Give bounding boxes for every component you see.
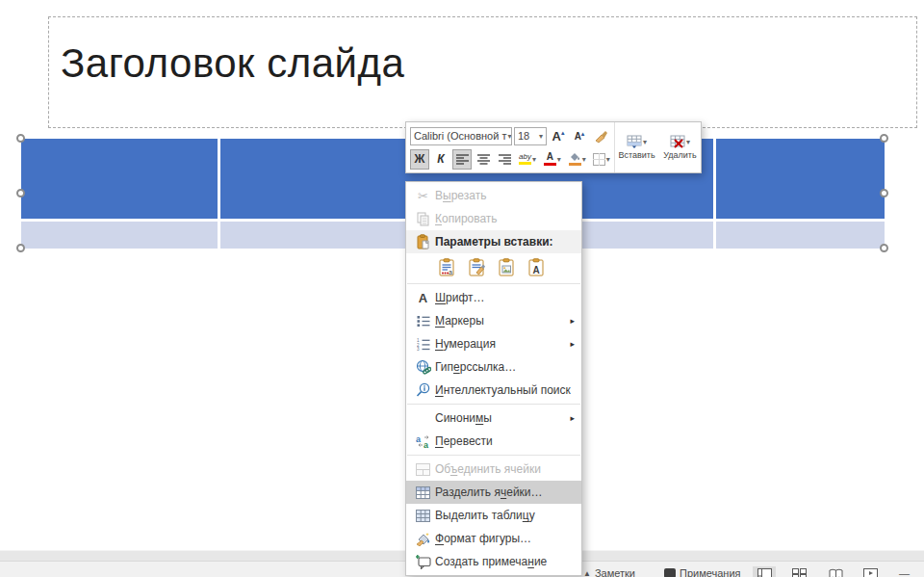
shrink-font-button[interactable]: A▴: [570, 126, 589, 146]
resize-handle-bottom-left[interactable]: [16, 244, 25, 252]
mini-toolbar: Calibri (Основной т ▾ 18 ▾ A▴ A▴ Ж К: [405, 121, 702, 173]
menu-item-label: Копировать: [435, 212, 498, 225]
table-cell[interactable]: [21, 222, 218, 249]
reading-view-icon: [829, 568, 843, 577]
menu-item-format-shape[interactable]: Формат фигуры…: [406, 527, 581, 550]
zoom-out-button[interactable]: —: [899, 567, 910, 577]
menu-item-synonyms[interactable]: Синонимы ▸: [406, 407, 581, 430]
format-shape-icon: [411, 532, 435, 546]
mini-toolbar-row-1: Calibri (Основной т ▾ 18 ▾ A▴ A▴: [410, 124, 612, 147]
menu-item-label: Шрифт…: [435, 291, 484, 304]
normal-view-button[interactable]: [753, 566, 776, 577]
chevron-down-icon: ▾: [606, 155, 610, 164]
paste-keep-source-formatting-button[interactable]: a: [437, 256, 458, 277]
font-dialog-icon: A: [411, 291, 435, 305]
menu-item-label: Перевести: [435, 434, 493, 448]
slide-sorter-button[interactable]: [787, 566, 810, 577]
text-highlight-button[interactable]: aby ▾: [516, 149, 539, 170]
slideshow-button[interactable]: [859, 566, 882, 577]
delete-table-label: Удалить: [663, 150, 696, 160]
menu-item-label: Вырезать: [435, 189, 486, 202]
paste-use-destination-theme-button[interactable]: [467, 256, 488, 277]
numbered-list-icon: 123: [411, 338, 435, 351]
notes-label: Заметки: [595, 567, 635, 577]
svg-text:а: а: [416, 434, 422, 444]
menu-item-smart-lookup[interactable]: Интеллектуальный поиск: [406, 379, 581, 402]
clipboard-icon: [411, 234, 435, 249]
paste-keep-text-only-button[interactable]: A: [526, 256, 548, 277]
svg-text:3: 3: [417, 347, 420, 351]
copy-icon: [411, 212, 435, 226]
mini-toolbar-row-2: Ж К aby ▾ A ▾: [410, 147, 612, 170]
menu-item-bullets[interactable]: Маркеры ▸: [406, 309, 581, 332]
smart-lookup-icon: [411, 382, 435, 398]
font-color-icon: A: [544, 152, 556, 166]
shape-fill-button[interactable]: ▾: [566, 149, 589, 170]
notes-button[interactable]: ▲ Заметки: [583, 567, 635, 577]
resize-handle-bottom-right[interactable]: [880, 244, 888, 252]
submenu-arrow-icon: ▸: [570, 339, 575, 349]
align-center-icon: [477, 154, 490, 165]
menu-item-font[interactable]: A Шрифт…: [406, 286, 581, 309]
chevron-down-icon: ▾: [539, 132, 543, 141]
menu-item-label: Создать примечание: [435, 555, 547, 568]
chevron-down-icon: ▾: [532, 155, 536, 164]
borders-button[interactable]: ▾: [591, 149, 612, 170]
bold-button[interactable]: Ж: [410, 149, 429, 170]
insert-table-menu-button[interactable]: ▾ Вставить: [615, 122, 658, 172]
table-cell[interactable]: [716, 222, 885, 249]
resize-handle-top-right[interactable]: [880, 134, 888, 143]
italic-button[interactable]: К: [431, 149, 450, 170]
menu-item-translate[interactable]: аa Перевести: [406, 430, 581, 453]
chevron-down-icon: ▾: [507, 132, 511, 141]
normal-view-icon: [757, 568, 772, 577]
paste-keep-text-only-icon: A: [528, 258, 546, 276]
menu-item-label: Синонимы: [435, 411, 492, 425]
font-size-combo[interactable]: 18 ▾: [514, 127, 547, 145]
font-name-combo[interactable]: Calibri (Основной т ▾: [410, 127, 512, 145]
menu-item-label: Разделить ячейки…: [435, 485, 543, 499]
table-cell[interactable]: [716, 139, 885, 219]
caret-up-icon: ▴: [581, 130, 585, 138]
menu-item-label: Объединить ячейки: [435, 462, 541, 476]
resize-handle-top-left[interactable]: [16, 134, 25, 143]
align-left-button[interactable]: [452, 149, 472, 170]
chevron-down-icon: ▾: [643, 138, 647, 146]
comments-label: Примечания: [680, 567, 741, 577]
translate-icon: аa: [411, 433, 435, 449]
paste-as-picture-button[interactable]: [497, 256, 518, 277]
menu-item-label: Интеллектуальный поиск: [435, 383, 571, 397]
menu-separator: [407, 455, 580, 456]
grow-font-button[interactable]: A▴: [549, 126, 568, 146]
resize-handle-middle-left[interactable]: [16, 189, 25, 197]
submenu-arrow-icon: ▸: [570, 316, 575, 326]
table-cell[interactable]: [21, 139, 218, 219]
chevron-down-icon: ▾: [582, 155, 586, 164]
reading-view-button[interactable]: [824, 566, 847, 577]
format-painter-icon: [594, 129, 608, 144]
resize-handle-middle-right[interactable]: [880, 189, 888, 197]
menu-item-hyperlink[interactable]: Гиперссылка…: [406, 355, 581, 379]
slide-title: Заголовок слайда: [61, 40, 404, 87]
borders-icon: [593, 153, 605, 166]
svg-text:a: a: [424, 440, 429, 449]
menu-item-label: Параметры вставки:: [435, 235, 553, 249]
caret-up-icon: ▴: [561, 129, 565, 137]
menu-item-label: Нумерация: [435, 337, 496, 351]
insert-table-label: Вставить: [618, 150, 654, 160]
align-right-button[interactable]: [495, 149, 514, 170]
title-placeholder[interactable]: Заголовок слайда: [48, 16, 917, 128]
paste-as-picture-icon: [499, 258, 516, 276]
delete-table-menu-button[interactable]: ▾ Удалить: [658, 122, 702, 172]
menu-item-numbering[interactable]: 123 Нумерация ▸: [406, 332, 581, 355]
menu-item-split-cells[interactable]: Разделить ячейки…: [406, 481, 581, 504]
menu-item-select-table[interactable]: Выделить таблицу: [406, 504, 581, 527]
comments-button[interactable]: Примечания: [664, 567, 741, 577]
format-painter-button[interactable]: [591, 126, 610, 146]
font-color-button[interactable]: A ▾: [541, 149, 564, 170]
menu-item-new-comment[interactable]: Создать примечание: [406, 550, 581, 573]
align-center-button[interactable]: [474, 149, 493, 170]
svg-text:a: a: [449, 268, 452, 275]
paint-bucket-icon: [569, 152, 581, 166]
merge-cells-icon: [411, 463, 435, 476]
